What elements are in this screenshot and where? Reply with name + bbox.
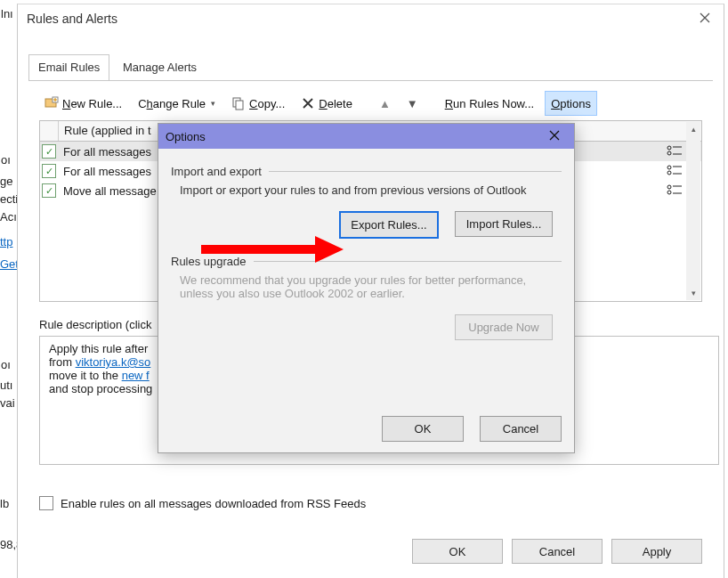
apply-button[interactable]: Apply xyxy=(611,539,702,564)
desc-link-folder[interactable]: new f xyxy=(122,369,150,382)
bg-fragment: lnı xyxy=(1,7,13,20)
options-button[interactable]: Options xyxy=(545,91,597,116)
rule-name: For all messages xyxy=(58,165,157,178)
bg-fragment: ge xyxy=(0,175,12,188)
dialog-close-button[interactable] xyxy=(686,4,724,33)
rule-name: Move all message xyxy=(58,184,162,198)
bg-fragment-link[interactable]: Get xyxy=(0,257,19,271)
wrench-icon xyxy=(664,160,685,180)
close-icon xyxy=(700,12,710,23)
bg-fragment: vai xyxy=(0,396,15,410)
new-rule-button[interactable]: NNew Rule...ew Rule... xyxy=(39,92,127,115)
import-export-group-label: Import and export xyxy=(171,165,262,178)
rules-upgrade-text: We recommend that you upgrade your rules… xyxy=(158,270,574,300)
check-icon: ✓ xyxy=(45,186,53,196)
down-icon: ▼ xyxy=(407,97,418,110)
delete-button[interactable]: Delete xyxy=(295,92,358,115)
desc-link-sender[interactable]: viktoriya.k@so xyxy=(76,355,151,369)
cancel-button[interactable]: Cancel xyxy=(512,539,603,564)
tab-manage-alerts[interactable]: Manage Alerts xyxy=(113,54,206,80)
change-rule-button[interactable]: Change Rule▾ xyxy=(133,92,221,115)
upgrade-now-button: Upgrade Now xyxy=(455,314,553,340)
rule-checkbox[interactable]: ✓ xyxy=(42,164,56,178)
svg-rect-4 xyxy=(201,245,317,254)
new-rule-icon xyxy=(44,96,59,110)
tab-bar: Email Rules Manage Alerts xyxy=(28,53,713,81)
move-down-button[interactable]: ▼ xyxy=(401,92,424,115)
rule-description-caption: Rule description (click xyxy=(39,318,151,331)
options-cancel-button[interactable]: Cancel xyxy=(480,416,562,442)
copy-button[interactable]: Copy... xyxy=(226,92,290,115)
divider xyxy=(269,171,562,172)
delete-icon xyxy=(301,96,315,110)
svg-rect-3 xyxy=(236,101,243,110)
bg-fragment-link[interactable]: ttp xyxy=(0,235,12,248)
options-dialog: Options Import and export Import or expo… xyxy=(158,123,575,453)
rss-checkbox[interactable] xyxy=(39,496,53,510)
check-icon: ✓ xyxy=(45,147,53,157)
bg-fragment: ecti xyxy=(0,192,18,206)
bg-fragment: oı xyxy=(1,153,11,167)
options-ok-button[interactable]: OK xyxy=(382,416,464,442)
annotation-arrow-icon xyxy=(201,236,344,263)
wrench-icon xyxy=(664,180,685,199)
toolbar: NNew Rule...ew Rule... Change Rule▾ Copy… xyxy=(39,90,702,117)
rule-checkbox[interactable]: ✓ xyxy=(42,183,56,198)
import-export-text: Import or export your rules to and from … xyxy=(158,180,574,197)
scrollbar[interactable]: ▴ ▾ xyxy=(686,122,700,300)
tab-email-rules[interactable]: Email Rules xyxy=(28,54,109,80)
rule-checkbox[interactable]: ✓ xyxy=(42,144,56,159)
dialog-title: Rules and Alerts xyxy=(18,4,724,29)
ok-button[interactable]: OK xyxy=(412,539,503,564)
scroll-down-icon[interactable]: ▾ xyxy=(686,286,700,300)
import-rules-button[interactable]: Import Rules... xyxy=(455,211,553,237)
scroll-up-icon[interactable]: ▴ xyxy=(686,122,700,136)
svg-marker-5 xyxy=(315,236,344,263)
up-icon: ▲ xyxy=(379,97,391,110)
bg-fragment: utı xyxy=(0,379,12,392)
wrench-icon xyxy=(664,141,685,160)
options-titlebar[interactable]: Options xyxy=(158,124,574,149)
rule-name: For all messages xyxy=(58,145,157,159)
dropdown-icon: ▾ xyxy=(211,99,215,108)
rss-label: Enable rules on all messages downloaded … xyxy=(61,497,366,510)
bg-fragment: oı xyxy=(1,358,11,371)
options-close-button[interactable] xyxy=(542,126,567,146)
desc-line: from xyxy=(49,355,76,369)
export-rules-button[interactable]: Export Rules... xyxy=(339,211,439,239)
desc-line: move it to the xyxy=(49,369,122,382)
check-icon: ✓ xyxy=(45,167,53,176)
close-icon xyxy=(549,130,560,141)
copy-icon xyxy=(231,96,246,110)
run-rules-now-button[interactable]: Run Rules Now... xyxy=(440,92,539,115)
move-up-button[interactable]: ▲ xyxy=(374,92,396,115)
bg-fragment: Acı xyxy=(0,210,17,224)
options-title-label: Options xyxy=(166,130,206,143)
bg-fragment: lb xyxy=(0,497,9,510)
